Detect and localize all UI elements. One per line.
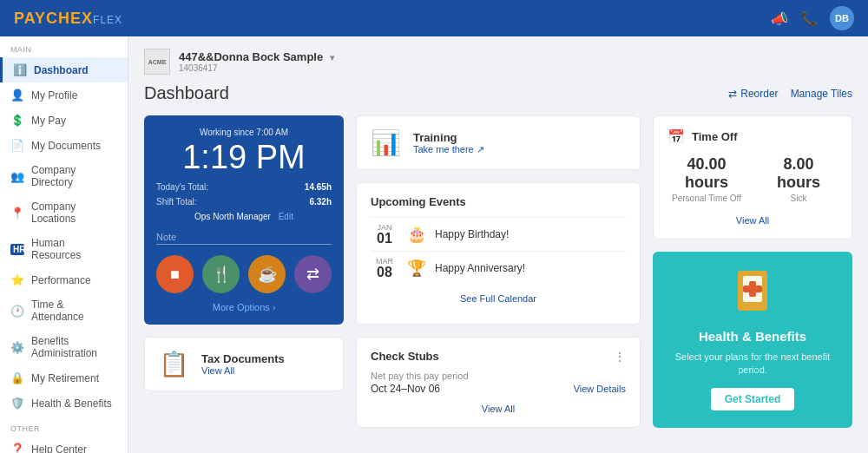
layout: MAIN ℹ️ Dashboard 👤 My Profile 💲 My Pay … xyxy=(0,36,868,453)
sidebar-item-dashboard[interactable]: ℹ️ Dashboard xyxy=(0,57,128,82)
locations-icon: 📍 xyxy=(10,207,24,220)
hr-icon: HR xyxy=(10,244,24,255)
sick-label: Sick xyxy=(760,194,838,203)
check-stubs-header: Check Stubs ⋮ xyxy=(371,350,626,364)
get-started-button[interactable]: Get Started xyxy=(711,388,795,410)
see-calendar: See Full Calendar xyxy=(371,292,626,305)
sidebar-item-health-benefits[interactable]: 🛡️ Health & Benefits xyxy=(0,391,128,416)
sidebar-item-help[interactable]: ❓ Help Center xyxy=(0,437,128,453)
time-off-title: Time Off xyxy=(692,130,738,143)
sidebar-item-label: Company Locations xyxy=(31,200,117,225)
birthday-text: Happy Birthday! xyxy=(435,228,509,240)
see-calendar-link[interactable]: See Full Calendar xyxy=(460,293,536,304)
clock-card: Working since 7:00 AM 1:19 PM Today's To… xyxy=(144,115,344,325)
stub-label: Net pay this pay period xyxy=(371,371,626,381)
sidebar-item-label: Help Center xyxy=(31,443,87,454)
check-stubs-menu[interactable]: ⋮ xyxy=(614,350,626,364)
sidebar-item-my-pay[interactable]: 💲 My Pay xyxy=(0,108,128,133)
event-date-mar: MAR 08 xyxy=(371,257,398,279)
sidebar-item-label: Benefits Administration xyxy=(31,335,117,359)
edit-manager-link[interactable]: Edit xyxy=(279,212,293,221)
clock-since: Working since 7:00 AM xyxy=(156,128,332,137)
tax-documents-card: 📋 Tax Documents View All xyxy=(144,337,344,391)
time-bucket-sick: 8.00 hours Sick xyxy=(760,155,838,203)
events-title: Upcoming Events xyxy=(371,195,626,208)
account-dropdown-arrow[interactable]: ▾ xyxy=(330,53,334,62)
health-benefits-icon xyxy=(667,269,838,320)
tax-title: Tax Documents xyxy=(201,352,285,365)
sidebar-item-label: Dashboard xyxy=(34,64,89,76)
todays-value: 14.65h xyxy=(305,182,332,192)
birthday-icon: 🎂 xyxy=(407,225,426,244)
page-title: Dashboard xyxy=(144,83,229,103)
check-stubs-card: Check Stubs ⋮ Net pay this pay period Oc… xyxy=(356,337,641,428)
sidebar-item-label: My Profile xyxy=(31,89,77,102)
main-content: ACME 447&&Donna Bock Sample ▾ 14036417 D… xyxy=(128,36,868,453)
dashboard-icon: ℹ️ xyxy=(13,63,27,76)
health-benefits-card: Health & Benefits Select your plans for … xyxy=(653,252,852,428)
sidebar-item-label: Performance xyxy=(31,274,91,286)
anniversary-text: Happy Anniversary! xyxy=(435,262,525,274)
sidebar-item-benefits-admin[interactable]: ⚙️ Benefits Administration xyxy=(0,329,128,365)
training-title: Training xyxy=(413,131,484,144)
notifications-icon[interactable]: 📣 xyxy=(771,10,788,27)
pay-icon: 💲 xyxy=(10,114,24,127)
manage-tiles-link[interactable]: Manage Tiles xyxy=(791,88,852,100)
health-nav-icon: 🛡️ xyxy=(10,397,24,410)
more-options-arrow: › xyxy=(273,303,275,312)
sidebar-item-label: Company Directory xyxy=(31,164,117,188)
reorder-link[interactable]: ⇄ Reorder xyxy=(728,88,778,100)
swap-button[interactable]: ⇄ xyxy=(294,255,332,293)
check-stubs-view-all-link[interactable]: View All xyxy=(482,404,515,414)
pto-hours: 40.00 hours xyxy=(667,155,746,192)
stub-period: Oct 24–Nov 06 xyxy=(371,383,440,395)
page-header: Dashboard ⇄ Reorder Manage Tiles xyxy=(144,83,852,103)
help-icon: ❓ xyxy=(10,443,24,453)
time-off-view-all-link[interactable]: View All xyxy=(736,215,769,226)
benefits-icon: ⚙️ xyxy=(10,341,24,354)
sidebar-item-my-profile[interactable]: 👤 My Profile xyxy=(0,82,128,108)
training-link[interactable]: Take me there ↗ xyxy=(413,144,484,155)
more-options-link[interactable]: More Options › xyxy=(156,302,332,312)
middle-column: 📊 Training Take me there ↗ Upcoming Even… xyxy=(356,115,641,428)
health-description: Select your plans for the next benefit p… xyxy=(667,351,838,378)
time-off-buckets: 40.00 hours Personal Time Off 8.00 hours… xyxy=(667,155,838,203)
sidebar-item-hr[interactable]: HR Human Resources xyxy=(0,231,128,267)
sick-hours: 8.00 hours xyxy=(760,155,838,192)
time-off-card: 📅 Time Off 40.00 hours Personal Time Off… xyxy=(653,115,852,240)
shift-value: 6.32h xyxy=(309,197,332,207)
tax-icon: 📋 xyxy=(159,350,189,378)
phone-icon[interactable]: 📞 xyxy=(800,10,818,27)
fork-button[interactable]: 🍴 xyxy=(202,255,240,293)
view-details-link[interactable]: View Details xyxy=(574,384,626,394)
right-column: 📅 Time Off 40.00 hours Personal Time Off… xyxy=(653,115,852,428)
tax-view-all-link[interactable]: View All xyxy=(201,365,285,376)
sidebar-item-my-documents[interactable]: 📄 My Documents xyxy=(0,133,128,158)
training-card: 📊 Training Take me there ↗ xyxy=(356,115,641,170)
pto-label: Personal Time Off xyxy=(667,194,746,203)
sidebar-item-my-retirement[interactable]: 🔒 My Retirement xyxy=(0,365,128,391)
sidebar-item-label: Human Resources xyxy=(31,237,117,261)
shift-details: Shift Total: 6.32h xyxy=(156,197,332,207)
account-info: 447&&Donna Bock Sample ▾ 14036417 xyxy=(179,50,334,73)
training-icon: 📊 xyxy=(371,128,401,157)
app-logo: PAYCHEXFLEX xyxy=(14,10,122,28)
retirement-icon: 🔒 xyxy=(10,371,24,384)
coffee-button[interactable]: ☕ xyxy=(248,255,286,293)
time-off-view-all: View All xyxy=(667,213,838,226)
documents-icon: 📄 xyxy=(10,139,24,152)
user-avatar[interactable]: DB xyxy=(830,6,854,30)
sidebar: MAIN ℹ️ Dashboard 👤 My Profile 💲 My Pay … xyxy=(0,36,128,453)
check-stubs-view-all: View All xyxy=(371,402,626,415)
dashboard-grid: Working since 7:00 AM 1:19 PM Today's To… xyxy=(144,115,852,428)
top-nav: PAYCHEXFLEX 📣 📞 DB xyxy=(0,0,868,36)
stub-details: Oct 24–Nov 06 View Details xyxy=(371,383,626,395)
clock-actions: ■ 🍴 ☕ ⇄ xyxy=(156,255,332,293)
sidebar-item-label: My Documents xyxy=(31,140,101,152)
sidebar-item-performance[interactable]: ⭐ Performance xyxy=(0,267,128,292)
sidebar-item-time-attendance[interactable]: 🕐 Time & Attendance xyxy=(0,292,128,329)
clock-note-input[interactable] xyxy=(156,230,332,245)
sidebar-item-company-locations[interactable]: 📍 Company Locations xyxy=(0,194,128,231)
sidebar-item-company-directory[interactable]: 👥 Company Directory xyxy=(0,158,128,194)
stop-button[interactable]: ■ xyxy=(156,255,194,293)
